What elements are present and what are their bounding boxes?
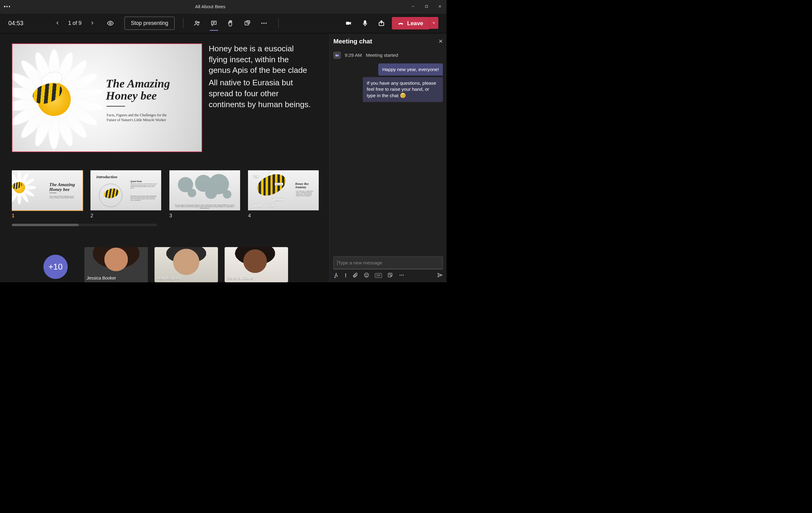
meeting-started-time: 9:29 AM — [345, 53, 362, 58]
rooms-button[interactable] — [242, 17, 254, 29]
more-compose-button[interactable] — [399, 272, 405, 279]
titlebar: All About Bees — [0, 0, 446, 13]
svg-point-6 — [198, 22, 200, 23]
meeting-timer: 04:53 — [8, 20, 24, 27]
send-icon — [437, 272, 443, 278]
svg-point-28 — [400, 275, 400, 276]
svg-point-25 — [367, 275, 368, 275]
notes-paragraph: Honey bee is a eusocial flying insect, w… — [209, 44, 312, 76]
leave-label: Leave — [407, 20, 423, 27]
ellipsis-icon — [260, 20, 267, 27]
notes-paragraph: All native to Eurasia but spread to four… — [209, 78, 312, 110]
thumbnail-number: 1 — [12, 213, 83, 219]
attach-button[interactable] — [352, 272, 358, 279]
people-icon — [194, 20, 201, 27]
prev-slide-button[interactable] — [53, 19, 61, 27]
format-button[interactable] — [333, 272, 339, 279]
chat-icon — [210, 20, 218, 27]
participant-tile[interactable]: Jessica Booker — [84, 247, 148, 282]
svg-point-27 — [390, 275, 391, 275]
mic-button[interactable] — [359, 17, 371, 29]
meeting-started-info: 9:29 AM Meeting started — [333, 52, 443, 59]
svg-rect-1 — [426, 5, 428, 7]
svg-rect-15 — [364, 21, 366, 24]
svg-point-12 — [263, 23, 265, 24]
chat-button[interactable] — [208, 17, 220, 29]
participant-tile[interactable]: Serena Davis — [225, 247, 288, 282]
eye-icon — [107, 20, 114, 27]
participant-name: Jessica Booker — [87, 276, 116, 281]
minimize-button[interactable] — [408, 2, 418, 11]
close-icon — [438, 39, 443, 44]
divider — [183, 18, 183, 28]
slide-counter: 1 of 9 — [68, 20, 81, 26]
svg-point-30 — [403, 275, 404, 276]
more-actions-button[interactable] — [258, 17, 270, 29]
chat-input[interactable]: Type a new message — [333, 256, 443, 269]
thumbnails-scrollbar[interactable] — [12, 224, 157, 226]
minimize-icon — [411, 5, 415, 8]
slide-subtitle: Facts, Figures and the Challenges for th… — [107, 113, 177, 123]
sticker-button[interactable] — [387, 272, 393, 279]
next-slide-button[interactable] — [88, 19, 96, 27]
svg-point-29 — [401, 275, 402, 276]
thumbnail-3[interactable]: The seven species of honey bees represen… — [169, 170, 240, 210]
paperclip-icon — [352, 272, 358, 278]
svg-point-23 — [364, 273, 369, 277]
slide-title: The Amazing Honey bee — [106, 78, 170, 102]
camera-icon — [345, 20, 352, 27]
emoji-icon — [364, 272, 370, 278]
chat-message[interactable]: Happy new year, everyone! — [378, 63, 443, 76]
thumbnail-1[interactable]: The Amazing Honey bee Facts, Figures and… — [12, 170, 83, 210]
sticker-icon — [387, 272, 393, 278]
svg-point-24 — [366, 275, 366, 275]
svg-point-26 — [389, 275, 390, 275]
chat-message[interactable]: If you have any questions, please feel f… — [363, 77, 443, 102]
current-slide[interactable]: The Amazing Honey bee Facts, Figures and… — [12, 44, 202, 152]
participant-name: Aadi Kapoor — [156, 276, 181, 281]
thumbnail-4[interactable]: Honey Bee Anatomy Like all insects, a ho… — [248, 170, 319, 210]
svg-rect-20 — [336, 54, 338, 56]
hangup-icon — [398, 20, 404, 26]
raise-hand-icon — [227, 20, 234, 27]
thumbnail-number: 4 — [248, 213, 319, 219]
slide-thumbnails: The Amazing Honey bee Facts, Figures and… — [12, 170, 324, 220]
svg-point-11 — [261, 23, 263, 24]
participant-tile[interactable]: Aadi Kapoor — [154, 247, 218, 282]
speaker-notes: Honey bee is a eusocial flying insect, w… — [209, 44, 312, 152]
send-button[interactable] — [437, 272, 443, 279]
window-title: All About Bees — [195, 4, 226, 9]
priority-button[interactable]: ! — [345, 272, 347, 279]
svg-point-13 — [266, 23, 267, 24]
gif-button[interactable]: GIF — [375, 273, 382, 278]
chat-compose-toolbar: ! GIF — [333, 272, 443, 279]
chevron-down-icon — [432, 21, 436, 25]
stop-presenting-button[interactable]: Stop presenting — [124, 17, 175, 30]
close-icon — [438, 5, 442, 8]
app-menu-button[interactable] — [2, 4, 12, 9]
chevron-right-icon — [90, 21, 94, 25]
presentation-area: The Amazing Honey bee Facts, Figures and… — [0, 33, 330, 282]
close-chat-button[interactable] — [438, 39, 443, 44]
camera-button[interactable] — [343, 17, 354, 29]
leave-options-button[interactable] — [429, 17, 438, 29]
share-button[interactable] — [376, 17, 387, 29]
svg-point-5 — [196, 21, 197, 23]
meeting-toolbar: 04:53 1 of 9 Stop presenting — [0, 13, 446, 33]
share-tray-icon — [378, 20, 385, 27]
chat-title: Meeting chat — [333, 38, 372, 45]
thumbnail-2[interactable]: Introduction Quick Facts Honey bees have… — [90, 170, 161, 210]
camera-badge-icon — [333, 52, 341, 59]
maximize-button[interactable] — [422, 2, 432, 11]
leave-button[interactable]: Leave — [392, 17, 429, 30]
overflow-participants-badge[interactable]: +10 — [44, 255, 68, 279]
reactions-button[interactable] — [225, 17, 237, 29]
thumbnail-number: 2 — [90, 213, 161, 219]
thumbnail-number: 3 — [169, 213, 240, 219]
close-window-button[interactable] — [435, 2, 445, 11]
ellipsis-icon — [399, 272, 405, 278]
emoji-button[interactable] — [364, 272, 370, 279]
presenter-view-button[interactable] — [105, 17, 116, 29]
svg-rect-14 — [346, 22, 350, 25]
people-button[interactable] — [192, 17, 203, 29]
